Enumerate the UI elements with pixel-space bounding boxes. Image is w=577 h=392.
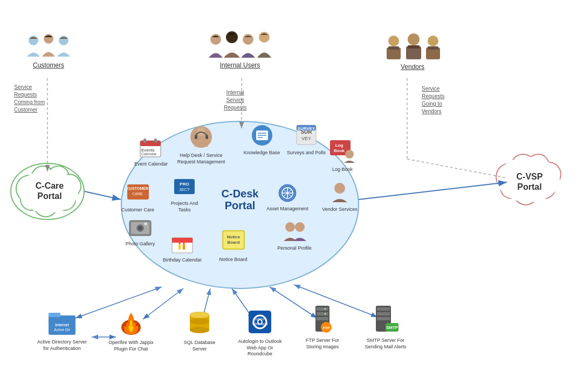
projects-tasks-node: PRO JECT Projects And Tasks (166, 178, 203, 213)
customer-care-node: CUSTOMER CARE Customer Care (118, 183, 158, 214)
ftp-server-label: FTP Server For Storing Images (301, 338, 344, 350)
personal-profile-node: Personal Profile (273, 218, 316, 252)
svg-point-115 (190, 318, 209, 325)
svg-text:VEY: VEY (301, 136, 311, 141)
vendors-group: Vendors (377, 31, 448, 71)
svg-point-71 (345, 150, 354, 159)
svg-text:CARE: CARE (132, 192, 143, 196)
svg-text:SMTP: SMTP (386, 325, 399, 330)
svg-point-42 (226, 31, 238, 43)
svg-rect-132 (377, 312, 390, 315)
svg-point-126 (325, 308, 326, 310)
smtp-server-label: SMTP Server For Sending Mail Alerts (361, 338, 410, 350)
vendor-services-label: Vendor Services (318, 207, 361, 213)
svg-point-127 (325, 313, 326, 315)
svg-rect-57 (205, 135, 208, 139)
svg-point-48 (408, 33, 420, 45)
surveys-polls-label: Surveys and Polls (285, 150, 328, 156)
svg-rect-50 (408, 45, 420, 49)
birthday-calendar-icon (171, 235, 194, 254)
svg-rect-75 (154, 139, 157, 143)
photo-gallery-icon (128, 218, 152, 238)
diagram-container: Customers Service Requests Coming from C… (0, 0, 577, 392)
svg-point-95 (145, 223, 147, 225)
smtp-server-icon: SMTP (372, 305, 400, 334)
c-vsp-portal-label: C-VSPPortal (508, 171, 551, 192)
svg-point-45 (388, 36, 399, 46)
autologin-icon: Outlook Web App O (246, 308, 273, 335)
svg-text:O: O (257, 318, 263, 326)
svg-point-114 (190, 327, 209, 333)
log-book-node: Log Book Log Book (324, 139, 361, 173)
svg-line-28 (407, 159, 507, 178)
sql-database-label: SQL Database Server (178, 340, 221, 352)
autologin-node: Outlook Web App O Autologin to Outlook W… (236, 308, 284, 357)
birthday-calendar-label: Birthday Calendar (161, 257, 204, 264)
surveys-polls-icon: SUR VEY SURVEY (294, 123, 318, 147)
personal-profile-icon (280, 218, 308, 242)
customers-label: Customers (16, 61, 81, 69)
photo-gallery-label: Photo Gallery (121, 241, 160, 247)
svg-rect-53 (428, 46, 438, 50)
openfire-icon (117, 308, 145, 336)
svg-point-100 (178, 242, 181, 244)
svg-rect-108 (49, 313, 60, 317)
c-desk-portal-label: C-DeskPortal (208, 188, 272, 211)
smtp-server-node: SMTP SMTP Server For Sending Mail Alerts (361, 305, 410, 350)
knowledge-base-icon (251, 124, 273, 147)
internal-users-group: Internal Users (197, 30, 283, 69)
svg-rect-47 (388, 46, 399, 50)
customer-care-icon: CUSTOMER CARE (126, 183, 150, 204)
svg-rect-125 (317, 317, 328, 320)
vendor-services-node: Vendor Services (318, 181, 361, 213)
customer-care-label: Customer Care (118, 207, 158, 214)
log-book-icon: Log Book (329, 139, 356, 163)
active-directory-node: Internet Active Dir Active Directory Ser… (35, 310, 89, 352)
ftp-server-node: FTP FTP Server For Storing Images (301, 305, 344, 350)
c-care-portal-label: C-CarePortal (25, 181, 74, 201)
svg-point-51 (428, 36, 438, 46)
vendors-arrow-label: Service Requests Going to Vendors (422, 85, 444, 115)
asset-management-label: Asset Management (263, 206, 312, 212)
notice-board-node: Notice Board Notice Board (213, 226, 253, 263)
photo-gallery-node: Photo Gallery (121, 218, 160, 247)
help-desk-icon (189, 125, 214, 149)
svg-rect-124 (317, 312, 328, 315)
svg-text:PRO: PRO (180, 182, 189, 187)
vendors-label: Vendors (377, 63, 448, 71)
customers-arrow-label: Service Requests Coming from Customer (14, 84, 45, 114)
svg-line-30 (359, 182, 507, 200)
internal-arrow-label: Internal Service Requests (224, 89, 246, 112)
svg-rect-123 (317, 307, 328, 311)
customers-group: Customers (16, 32, 81, 69)
active-directory-icon: Internet Active Dir (47, 310, 77, 336)
notice-board-icon: Notice Board (220, 226, 247, 253)
svg-text:Log: Log (335, 143, 344, 148)
svg-text:SURVEY: SURVEY (298, 126, 315, 131)
customers-icon (22, 32, 75, 62)
surveys-polls-node: SUR VEY SURVEY Surveys and Polls (285, 123, 328, 156)
event-calendar-node: Events Calendar Event Calendar (129, 137, 173, 168)
notice-board-label: Notice Board (213, 257, 253, 263)
asset-management-node: Asset Management (263, 183, 312, 212)
openfire-label: Openfire With Jappix Plugin For Chat (107, 340, 155, 352)
log-book-label: Log Book (324, 167, 361, 173)
event-calendar-icon: Events Calendar (139, 137, 163, 158)
svg-text:Board: Board (227, 240, 239, 245)
svg-text:Internet: Internet (55, 323, 69, 327)
help-desk-node: Help Desk / Service Request Management (177, 125, 225, 165)
vendor-services-icon (328, 181, 352, 203)
event-calendar-label: Event Calendar (129, 161, 173, 168)
internal-users-label: Internal Users (197, 61, 283, 69)
ftp-server-icon: FTP (309, 305, 336, 334)
birthday-calendar-node: Birthday Calendar (161, 235, 204, 264)
svg-point-94 (138, 226, 142, 230)
svg-text:Active Dir: Active Dir (54, 328, 71, 332)
svg-text:Book: Book (334, 148, 345, 153)
svg-rect-97 (172, 238, 193, 243)
svg-text:JECT: JECT (179, 187, 190, 192)
svg-rect-74 (143, 139, 146, 143)
svg-line-29 (85, 191, 121, 200)
help-desk-label: Help Desk / Service Request Management (177, 153, 225, 165)
asset-management-icon (276, 183, 299, 203)
